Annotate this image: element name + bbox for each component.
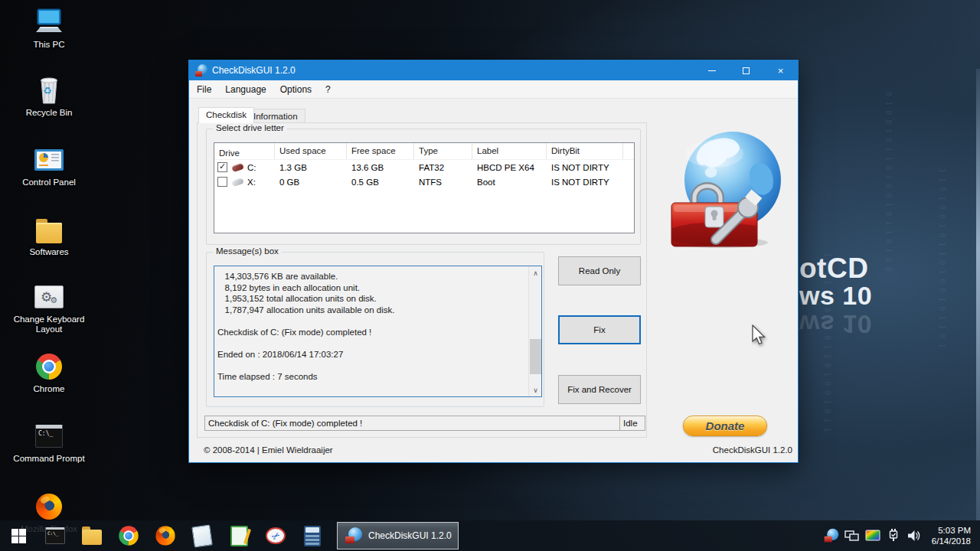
mouse-cursor — [752, 324, 769, 350]
taskbar-clock[interactable]: 5:03 PM 6/14/2018 — [932, 525, 974, 546]
taskbar-command-prompt[interactable]: C:\_ — [37, 520, 74, 551]
drive-checkbox[interactable] — [217, 177, 227, 187]
window-title: CheckDiskGUI 1.2.0 — [212, 65, 296, 76]
fix-button[interactable]: Fix — [558, 315, 641, 344]
column-dirtybit[interactable]: DirtyBit — [547, 143, 623, 159]
taskbar-notepad-plus[interactable] — [220, 520, 257, 551]
column-label[interactable]: Label — [472, 143, 547, 159]
groupbox-title: Select drive letter — [213, 123, 287, 132]
taskbar: C:\_ ✂ CheckDiskGUI 1.2.0 — [0, 520, 980, 551]
select-drive-groupbox: Select drive letter Drive Used space Fre… — [206, 129, 641, 245]
fix-and-recover-button[interactable]: Fix and Recover — [558, 375, 641, 404]
desktop-icon-label: Change Keyboard Layout — [9, 315, 89, 334]
drive-listview[interactable]: Drive Used space Free space Type Label D… — [214, 142, 635, 233]
desktop-icon-this-pc[interactable]: This PC — [9, 6, 89, 50]
start-button[interactable] — [0, 520, 37, 551]
taskbar-snipping-tool[interactable]: ✂ — [257, 520, 294, 551]
firefox-icon — [33, 491, 65, 523]
menu-help[interactable]: ? — [318, 81, 338, 98]
maximize-button[interactable] — [729, 60, 763, 80]
windows-logo-icon — [11, 529, 26, 543]
close-button[interactable]: × — [763, 60, 798, 80]
checkdiskgui-logo-icon — [665, 126, 782, 250]
desktop-icon-control-panel[interactable]: Control Panel — [9, 144, 89, 187]
folder-icon — [33, 214, 65, 246]
desktop-icon-chrome[interactable]: Chrome — [9, 350, 89, 394]
taskbar-file-explorer[interactable] — [74, 520, 110, 551]
drive-checkbox[interactable] — [217, 162, 227, 172]
menu-bar: File Language Options ? — [189, 80, 798, 99]
keyboard-layout-icon: ⚙⚙ — [33, 281, 65, 313]
desktop-icon-command-prompt[interactable]: C:\_ Command Prompt — [9, 420, 89, 464]
wallpaper-text-line2: ws 10 — [799, 281, 872, 311]
chrome-icon — [119, 526, 139, 546]
wallpaper-text-line1: otCD — [799, 253, 868, 285]
folder-icon — [82, 530, 102, 545]
menu-file[interactable]: File — [190, 81, 218, 98]
read-only-button[interactable]: Read Only — [558, 256, 641, 285]
desktop-icon-softwares[interactable]: Softwares — [9, 214, 89, 257]
drive-row-x[interactable]: X: 0 GB 0.5 GB NTFS Boot IS NOT DIRTY — [214, 174, 634, 189]
taskbar-app-label: CheckDiskGUI 1.2.0 — [368, 530, 452, 541]
tray-usb-icon[interactable] — [886, 528, 901, 543]
scrollbar-thumb[interactable] — [530, 339, 541, 374]
column-drive[interactable]: Drive — [214, 143, 275, 159]
wallpaper-binary-pattern: 01001011010010110100 — [884, 92, 893, 490]
tray-displays-icon[interactable] — [844, 528, 860, 543]
desktop-icon-label: This PC — [34, 40, 65, 50]
tray-volume-icon[interactable] — [906, 528, 922, 543]
drive-icon — [231, 162, 244, 171]
column-used-space[interactable]: Used space — [275, 143, 347, 159]
status-state: Idle — [623, 419, 638, 428]
window-titlebar[interactable]: CheckDiskGUI 1.2.0 × — [189, 60, 798, 80]
menu-options[interactable]: Options — [273, 81, 318, 98]
app-icon — [195, 64, 207, 77]
wallpaper-edge-glow — [976, 69, 980, 520]
clock-time: 5:03 PM — [932, 525, 971, 536]
notepad-plus-icon — [230, 526, 248, 546]
desktop-icon-change-keyboard-layout[interactable]: ⚙⚙ Change Keyboard Layout — [9, 281, 89, 334]
tab-information[interactable]: Information — [246, 109, 305, 123]
desktop-icon-recycle-bin[interactable]: ♻ Recycle Bin — [9, 74, 89, 118]
scroll-down-icon[interactable]: ∨ — [529, 383, 542, 396]
checkdisk-tab-page: Select drive letter Drive Used space Fre… — [197, 122, 647, 438]
taskbar-active-checkdiskgui[interactable]: CheckDiskGUI 1.2.0 — [337, 522, 459, 549]
scroll-up-icon[interactable]: ∧ — [529, 266, 542, 279]
command-prompt-icon: C:\_ — [33, 420, 65, 452]
desktop-icon-label: Control Panel — [22, 178, 76, 187]
minimize-button[interactable] — [694, 60, 729, 80]
drive-row-c[interactable]: C: 1.3 GB 13.6 GB FAT32 HBCD PE X64 IS N… — [214, 160, 634, 174]
messages-text: 14,303,576 KB are available. 8,192 bytes… — [217, 271, 524, 393]
messages-scrollbar[interactable]: ∧ ∨ — [528, 266, 541, 396]
taskbar-notepad[interactable] — [184, 520, 220, 551]
status-divider — [619, 416, 620, 430]
copyright-text: © 2008-2014 | Emiel Wieldraaijer — [204, 445, 333, 455]
snipping-tool-icon: ✂ — [266, 527, 286, 544]
tray-checkdiskgui-icon[interactable] — [824, 528, 839, 543]
footer-app-name: CheckDiskGUI 1.2.0 — [713, 445, 792, 455]
app-icon — [345, 527, 362, 544]
tray-color-display-icon[interactable] — [865, 528, 880, 543]
column-free-space[interactable]: Free space — [347, 143, 414, 159]
groupbox-title: Message(s) box — [213, 246, 282, 256]
pc-icon — [33, 6, 65, 38]
donate-button[interactable]: Donate — [683, 416, 767, 436]
column-type[interactable]: Type — [414, 143, 472, 159]
taskbar-calculator[interactable] — [294, 520, 331, 551]
firefox-icon — [155, 526, 175, 546]
control-panel-icon — [33, 144, 65, 176]
tab-checkdisk[interactable]: Checkdisk — [198, 107, 254, 123]
checkdiskgui-window: CheckDiskGUI 1.2.0 × File Language Optio… — [188, 60, 799, 463]
wallpaper-binary-pattern: 11010010110100101101 — [938, 168, 946, 497]
wallpaper-binary-pattern: 10110100101101001011 — [823, 253, 831, 505]
calculator-icon — [304, 526, 321, 546]
command-prompt-icon: C:\_ — [45, 527, 65, 544]
listview-header: Drive Used space Free space Type Label D… — [214, 143, 634, 160]
status-message: Checkdisk of C: (Fix mode) completed ! — [208, 419, 362, 428]
taskbar-firefox[interactable] — [147, 520, 184, 551]
menu-language[interactable]: Language — [218, 81, 273, 98]
messages-groupbox: Message(s) box 14,303,576 KB are availab… — [206, 252, 544, 407]
wallpaper-text-reflection: ws 10 — [799, 309, 872, 339]
messages-textbox[interactable]: 14,303,576 KB are available. 8,192 bytes… — [214, 266, 542, 397]
taskbar-chrome[interactable] — [110, 520, 147, 551]
